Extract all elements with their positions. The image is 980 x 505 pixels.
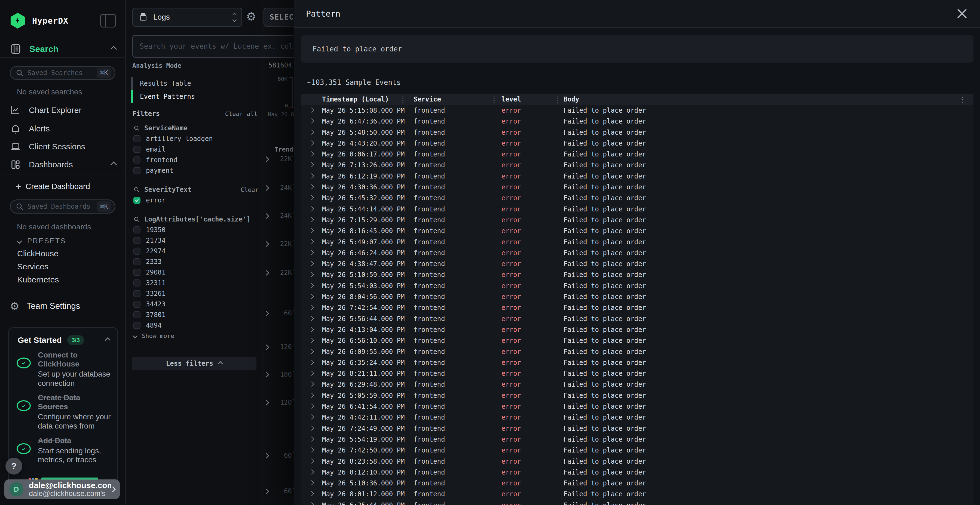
table-row[interactable]: May 26 6:47:36.000 PMfrontenderrorFailed… — [301, 116, 974, 127]
table-row[interactable]: May 26 6:25:44.000 PMfrontenderrorFailed… — [301, 500, 974, 505]
row-expand-icon[interactable] — [309, 371, 314, 375]
sidebar-item-alerts[interactable]: Alerts — [10, 122, 116, 135]
filter-option[interactable]: 32311 — [134, 278, 259, 288]
source-select[interactable]: Logs — [132, 8, 242, 27]
mode-event-patterns[interactable]: Event Patterns — [131, 91, 195, 103]
clear-filter-link[interactable]: Clear — [241, 186, 259, 193]
table-row[interactable]: May 26 5:10:59.000 PMfrontenderrorFailed… — [301, 269, 974, 280]
table-row[interactable]: May 26 7:13:26.000 PMfrontenderrorFailed… — [301, 159, 974, 170]
table-row[interactable]: May 26 5:15:08.000 PMfrontenderrorFailed… — [301, 105, 974, 116]
chevron-right-icon[interactable] — [264, 453, 269, 459]
table-row[interactable]: May 26 4:42:11.000 PMfrontenderrorFailed… — [301, 412, 974, 422]
checkbox[interactable] — [134, 156, 140, 164]
chevron-right-icon[interactable] — [264, 213, 269, 219]
table-row[interactable]: May 26 4:38:47.000 PMfrontenderrorFailed… — [301, 258, 974, 269]
chevron-right-icon[interactable] — [264, 400, 269, 405]
row-expand-icon[interactable] — [309, 294, 314, 299]
pattern-row-peek[interactable]: 22K — [262, 269, 294, 277]
row-expand-icon[interactable] — [309, 403, 314, 408]
pattern-row-peek[interactable]: 60 — [262, 487, 294, 495]
checkbox[interactable] — [134, 279, 140, 286]
filter-option[interactable]: error — [134, 195, 259, 205]
create-dashboard-button[interactable]: + Create Dashboard — [16, 181, 90, 192]
table-row[interactable]: May 26 5:56:44.000 PMfrontenderrorFailed… — [301, 313, 974, 324]
pattern-row-peek[interactable]: 60 — [262, 452, 294, 460]
row-expand-icon[interactable] — [309, 140, 314, 145]
table-row[interactable]: May 26 8:06:17.000 PMfrontenderrorFailed… — [301, 149, 974, 159]
chevron-right-icon[interactable] — [264, 372, 269, 377]
table-row[interactable]: May 26 8:04:56.000 PMfrontenderrorFailed… — [301, 291, 974, 302]
filter-option[interactable]: 22974 — [134, 246, 259, 256]
chevron-right-icon[interactable] — [264, 345, 269, 350]
table-row[interactable]: May 26 5:10:36.000 PMfrontenderrorFailed… — [301, 478, 974, 488]
help-button[interactable]: ? — [5, 458, 22, 475]
sidebar-item-search[interactable]: Search — [10, 41, 116, 57]
filter-option[interactable]: 34423 — [134, 299, 259, 310]
sidebar-collapse-icon[interactable] — [100, 14, 116, 27]
presets-toggle[interactable]: PRESETS — [18, 237, 66, 245]
filter-option[interactable]: 37801 — [134, 310, 259, 320]
row-expand-icon[interactable] — [309, 392, 314, 397]
pattern-row-peek[interactable]: 22K — [262, 240, 294, 248]
table-row[interactable]: May 26 6:56:10.000 PMfrontenderrorFailed… — [301, 335, 974, 346]
row-expand-icon[interactable] — [309, 414, 314, 419]
row-expand-icon[interactable] — [309, 316, 314, 321]
row-expand-icon[interactable] — [309, 360, 314, 365]
row-expand-icon[interactable] — [309, 382, 314, 387]
row-expand-icon[interactable] — [309, 459, 314, 464]
profile-bar[interactable]: D dale@clickhouse.com dale@clickhouse.co… — [4, 480, 120, 499]
chevron-right-icon[interactable] — [264, 311, 269, 316]
row-expand-icon[interactable] — [309, 228, 314, 233]
table-row[interactable]: May 26 8:23:58.000 PMfrontenderrorFailed… — [301, 456, 974, 467]
table-row[interactable]: May 26 5:49:07.000 PMfrontenderrorFailed… — [301, 237, 974, 247]
pattern-row-peek[interactable]: 22K — [262, 155, 294, 163]
column-header-timestamp[interactable]: Timestamp (Local) — [322, 94, 389, 105]
column-header-level[interactable]: level — [501, 94, 521, 105]
row-expand-icon[interactable] — [309, 480, 314, 485]
clear-all-filters-link[interactable]: Clear all — [225, 110, 258, 117]
table-row[interactable]: May 26 7:42:54.000 PMfrontenderrorFailed… — [301, 302, 974, 313]
pattern-row-peek[interactable]: 120 — [262, 343, 294, 351]
row-expand-icon[interactable] — [309, 426, 314, 430]
row-expand-icon[interactable] — [309, 469, 314, 474]
table-row[interactable]: May 26 6:41:54.000 PMfrontenderrorFailed… — [301, 401, 974, 412]
checklist-item[interactable]: Add Data Start sending logs, metrics, or… — [17, 436, 111, 464]
row-expand-icon[interactable] — [309, 283, 314, 288]
checkbox[interactable] — [134, 290, 140, 297]
filter-option[interactable]: frontend — [134, 154, 259, 165]
pattern-row-peek[interactable]: 24K — [262, 212, 294, 220]
checklist-item[interactable]: Connect to ClickHouse Set up your databa… — [17, 351, 111, 388]
filter-option[interactable]: 21734 — [134, 235, 259, 246]
sidebar-item-preset-kubernetes[interactable]: Kubernetes — [17, 275, 59, 284]
checkbox[interactable] — [134, 311, 140, 318]
sidebar-item-preset-services[interactable]: Services — [17, 262, 48, 271]
filter-option[interactable]: 29081 — [134, 267, 259, 278]
sidebar-item-dashboards[interactable]: Dashboards — [10, 158, 116, 172]
row-expand-icon[interactable] — [309, 162, 314, 167]
table-row[interactable]: May 26 6:46:24.000 PMfrontenderrorFailed… — [301, 247, 974, 258]
row-expand-icon[interactable] — [309, 448, 314, 453]
table-row[interactable]: May 26 5:05:59.000 PMfrontenderrorFailed… — [301, 390, 974, 401]
row-expand-icon[interactable] — [309, 108, 314, 113]
row-expand-icon[interactable] — [309, 206, 314, 211]
column-resize-handle[interactable] — [557, 95, 558, 103]
checkbox[interactable] — [134, 135, 140, 142]
filter-option[interactable]: artillery-loadgen — [134, 133, 259, 144]
row-expand-icon[interactable] — [309, 349, 314, 354]
column-resize-handle[interactable] — [493, 95, 495, 103]
row-expand-icon[interactable] — [309, 195, 314, 200]
row-expand-icon[interactable] — [309, 272, 314, 277]
pattern-row-peek[interactable]: 120 — [262, 399, 294, 407]
row-expand-icon[interactable] — [309, 119, 314, 124]
column-header-service[interactable]: Service — [414, 94, 441, 105]
table-row[interactable]: May 26 7:24:49.000 PMfrontenderrorFailed… — [301, 423, 974, 434]
table-options-icon[interactable]: ⋮ — [959, 96, 966, 103]
table-row[interactable]: May 26 4:30:36.000 PMfrontenderrorFailed… — [301, 181, 974, 192]
pattern-row-peek[interactable]: 180 — [262, 371, 294, 379]
row-expand-icon[interactable] — [309, 327, 314, 332]
chevron-right-icon[interactable] — [264, 185, 269, 191]
chevron-right-icon[interactable] — [264, 241, 269, 247]
table-row[interactable]: May 26 7:42:50.000 PMfrontenderrorFailed… — [301, 445, 974, 456]
table-row[interactable]: May 26 7:15:29.000 PMfrontenderrorFailed… — [301, 214, 974, 225]
chevron-right-icon[interactable] — [264, 489, 269, 494]
